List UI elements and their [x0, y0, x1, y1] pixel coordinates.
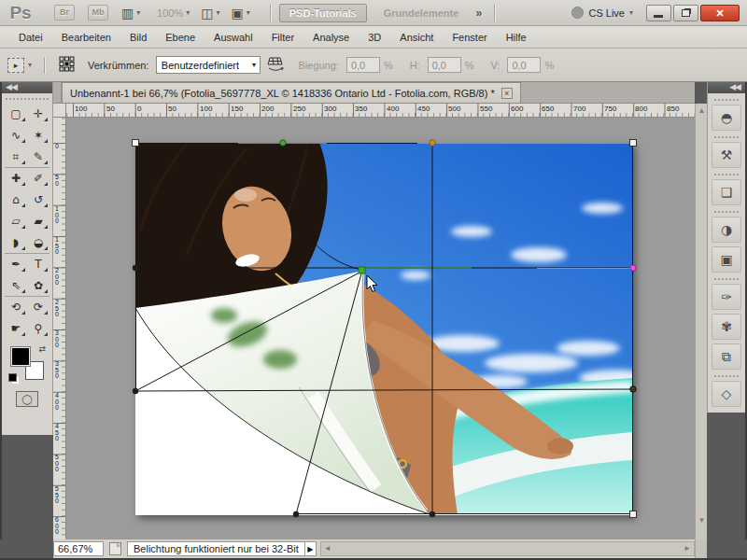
menu-3d[interactable]: 3D [359, 28, 390, 47]
canvas-pasteboard[interactable] [66, 118, 695, 539]
blur-tool[interactable]: ◗ [5, 231, 27, 253]
control-point[interactable] [630, 386, 636, 392]
anchor-mesh-panel[interactable]: ◇ [712, 381, 741, 407]
control-point[interactable] [133, 388, 138, 394]
photoshop-logo: Ps [0, 3, 41, 23]
clone-stamp-tool[interactable]: ⌂ [5, 189, 27, 210]
scroll-left-icon[interactable]: ◄ [322, 542, 333, 555]
arrange-documents-button[interactable]: ◫ ▾ [201, 7, 219, 20]
menu-filter[interactable]: Filter [262, 28, 303, 47]
adjustments-panel[interactable]: ◑ [712, 217, 741, 243]
warp-orientation-button[interactable] [266, 56, 285, 75]
workspace-grundelemente[interactable]: Grundelemente [374, 5, 469, 21]
menu-bearbeiten[interactable]: Bearbeiten [52, 28, 120, 47]
warped-photo[interactable] [135, 143, 633, 515]
view-extras-button[interactable]: ▥ ▾ [121, 7, 140, 20]
brush-panel[interactable]: ✑ [712, 284, 741, 310]
status-zoom-field[interactable]: 66,67% [53, 541, 104, 556]
control-point[interactable] [630, 265, 636, 271]
move-tool[interactable]: ✛ [27, 103, 49, 124]
document-canvas[interactable] [135, 143, 633, 515]
scroll-right-icon[interactable]: ► [682, 542, 693, 555]
swap-colors-icon[interactable]: ⇄ [38, 344, 46, 354]
clone-source-panel[interactable]: ⧉ [712, 343, 741, 370]
vertical-scrollbar[interactable]: ▲ ▼ [695, 104, 707, 539]
menu-bild[interactable]: Bild [120, 28, 156, 47]
foreground-color-swatch[interactable] [10, 346, 31, 367]
custom-shape-tool[interactable]: ✿ [27, 274, 49, 296]
tool-preset-picker[interactable]: ▸ ▾ [7, 58, 32, 73]
document-status-icon[interactable] [109, 542, 121, 555]
history-brush-tool[interactable]: ↺ [27, 189, 49, 210]
menu-auswahl[interactable]: Auswahl [204, 28, 262, 47]
control-point[interactable] [133, 265, 138, 271]
rectangular-marquee-tool[interactable]: ▢ [5, 103, 27, 124]
3d-object-rotate-tool[interactable]: ⟲ [5, 296, 27, 317]
workspace-psd-tutorials[interactable]: PSD-Tutorials [279, 4, 367, 22]
ruler-label: 700 [573, 105, 585, 113]
gradient-tool[interactable]: ▰ [27, 210, 49, 231]
tool-presets-panel[interactable]: ⚒ [712, 142, 741, 168]
menu-analyse[interactable]: Analyse [303, 28, 359, 47]
menu-ansicht[interactable]: Ansicht [390, 28, 443, 47]
control-point[interactable] [430, 511, 435, 517]
tools-grip[interactable] [6, 93, 49, 100]
masks-panel[interactable]: ▣ [712, 246, 741, 273]
dodge-tool[interactable]: ◒ [27, 231, 49, 253]
screen-mode-button[interactable]: ▣ ▾ [232, 7, 250, 20]
lasso-tool[interactable]: ∿ [5, 124, 27, 146]
corner-handle-bottom-right[interactable] [630, 511, 637, 518]
minimize-button[interactable] [646, 5, 671, 21]
document-tab[interactable]: Unbenannt-1 bei 66,7% (Fotolia_5697778_X… [62, 82, 521, 103]
3d-camera-rotate-tool[interactable]: ⟳ [27, 296, 49, 317]
healing-brush-tool[interactable]: ✚ [5, 167, 27, 189]
v-distort-input[interactable] [507, 57, 541, 73]
launch-mini-bridge-button[interactable]: Mb [88, 5, 108, 21]
zoom-level-control[interactable]: 100% ▾ [151, 7, 190, 19]
bend-input[interactable] [346, 57, 380, 73]
color-panel[interactable]: ◓ [712, 105, 741, 131]
h-distort-input[interactable] [428, 57, 461, 73]
warp-mode-select[interactable]: Benutzerdefiniert ▾ [156, 56, 261, 74]
type-tool[interactable]: T [27, 253, 49, 274]
eraser-tool[interactable]: ▱ [5, 210, 27, 231]
control-point[interactable] [293, 511, 299, 517]
menu-fenster[interactable]: Fenster [443, 28, 496, 47]
corner-handle-top-left[interactable] [133, 140, 139, 147]
control-point[interactable] [430, 140, 435, 146]
path-selection-tool[interactable]: ⇖ [5, 274, 27, 296]
default-colors-icon[interactable] [8, 373, 17, 382]
corner-handle-top-right[interactable] [630, 140, 637, 147]
menu-ebene[interactable]: Ebene [156, 28, 204, 47]
layers-panel[interactable]: ❏ [712, 179, 741, 205]
scrollbar-corner [695, 539, 707, 558]
close-button[interactable]: ✕ [700, 5, 740, 21]
cs-live-button[interactable]: CS Live ▾ [571, 7, 633, 19]
horizontal-scrollbar[interactable]: ◄ ► [320, 541, 695, 556]
dock-collapse-button[interactable]: ◀◀ [708, 82, 745, 93]
ruler-origin-box[interactable] [53, 104, 66, 118]
workspace-overflow-button[interactable]: » [475, 7, 480, 20]
brush-presets-panel[interactable]: ✾ [712, 314, 741, 340]
launch-bridge-button[interactable]: Br [54, 5, 75, 21]
control-point[interactable] [280, 140, 286, 146]
crop-tool[interactable]: ⌗ [5, 146, 27, 167]
restore-button[interactable] [673, 5, 698, 21]
tools-collapse-button[interactable]: ◀◀ [2, 82, 52, 93]
v-label: V: [490, 60, 500, 71]
eyedropper-tool[interactable]: ✎ [27, 146, 49, 167]
menu-hilfe[interactable]: Hilfe [497, 28, 536, 47]
brush-tool[interactable]: ✐ [27, 167, 49, 189]
ruler-label: 50 [168, 105, 176, 113]
close-document-icon[interactable]: × [501, 88, 513, 99]
status-popup-icon[interactable]: ▶ [304, 542, 316, 555]
magic-wand-tool[interactable]: ✶ [27, 124, 49, 146]
zoom-tool[interactable]: ⚲ [27, 317, 49, 339]
pen-tool[interactable]: ✒ [5, 253, 27, 274]
hand-tool[interactable]: ☛ [5, 317, 27, 339]
corner-handle-curl[interactable] [359, 267, 365, 273]
ruler-label: 250 [293, 105, 305, 113]
menu-datei[interactable]: Datei [9, 28, 52, 47]
panel-dock: ◀◀ ◓⚒❏◑▣✑✾⧉◇ [707, 82, 745, 539]
quick-mask-button[interactable]: ◯ [16, 391, 38, 407]
